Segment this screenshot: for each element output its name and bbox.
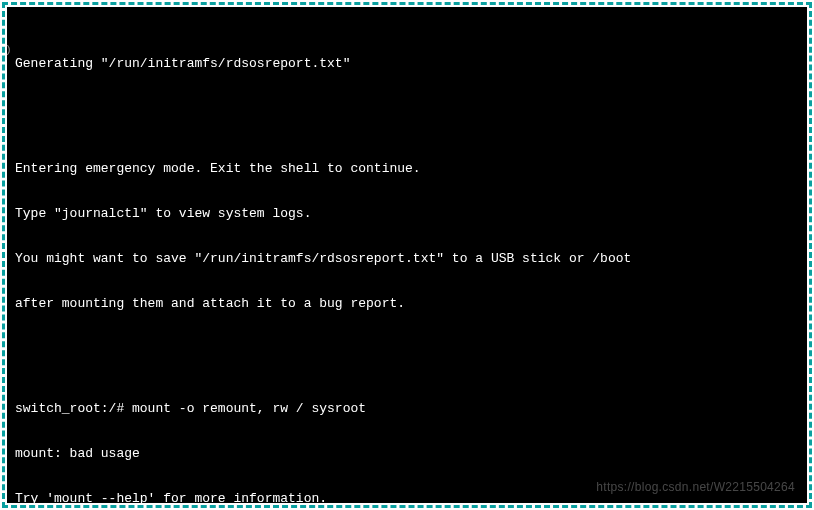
terminal[interactable]: ) Generating "/run/initramfs/rdsosreport… bbox=[7, 7, 807, 503]
terminal-line: Type "journalctl" to view system logs. bbox=[15, 206, 799, 221]
terminal-line: Generating "/run/initramfs/rdsosreport.t… bbox=[15, 56, 799, 71]
terminal-line: Entering emergency mode. Exit the shell … bbox=[15, 161, 799, 176]
terminal-line: mount: bad usage bbox=[15, 446, 799, 461]
terminal-line: Try 'mount --help' for more information. bbox=[15, 491, 799, 503]
terminal-line: switch_root:/# mount -o remount, rw / sy… bbox=[15, 401, 799, 416]
terminal-line: after mounting them and attach it to a b… bbox=[15, 296, 799, 311]
side-glyph: ) bbox=[7, 43, 12, 58]
window-frame: ) Generating "/run/initramfs/rdsosreport… bbox=[2, 2, 812, 508]
terminal-line: You might want to save "/run/initramfs/r… bbox=[15, 251, 799, 266]
